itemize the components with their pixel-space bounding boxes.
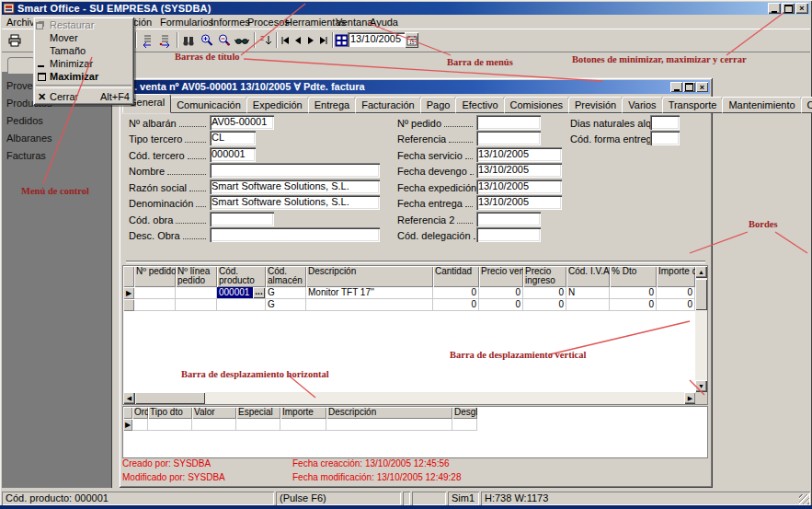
grid-cell[interactable]: 0 <box>523 299 566 311</box>
grid-cell[interactable]: 0 <box>523 287 566 299</box>
search-button[interactable] <box>179 31 198 50</box>
col-header[interactable]: % Dto <box>610 266 657 287</box>
tab-efectivo[interactable]: Efectivo <box>455 97 504 113</box>
tab-prevision[interactable]: Previsión <box>568 97 623 113</box>
referencia-field[interactable] <box>476 131 541 145</box>
tab-mantenimiento[interactable]: Mantenimiento <box>722 97 801 113</box>
tab-comunicacion[interactable]: Comunicación <box>170 97 247 113</box>
sidebar-item-pedidos[interactable]: Pedidos <box>6 115 109 126</box>
dias-naturales-field[interactable] <box>650 115 680 130</box>
date-input[interactable]: 13/10/2005 <box>348 32 406 47</box>
tab-facturacion[interactable]: Facturación <box>355 97 420 113</box>
child-minimize-button[interactable] <box>670 82 682 92</box>
cod-tercero-field[interactable]: 000001 <box>210 147 256 162</box>
tab-varios[interactable]: Varios <box>622 97 662 113</box>
grid-cell[interactable]: 0 <box>657 299 695 311</box>
preview-button[interactable] <box>233 31 251 50</box>
sidebar-item-albaranes[interactable]: Albaranes <box>6 133 109 144</box>
sort-button[interactable]: 2 <box>257 31 276 50</box>
grid-cell[interactable] <box>326 419 452 431</box>
sidebar-tab-stub[interactable] <box>7 57 35 74</box>
detach-left-button[interactable] <box>138 31 156 50</box>
grid-cell-selected[interactable]: 000001... <box>217 287 266 299</box>
menu-item-cerrar[interactable]: ✕ Cerrar Alt+F4 <box>35 90 132 103</box>
denominacion-field[interactable]: Smart Software Solutions, S.L. <box>210 195 380 210</box>
selected-cell-value[interactable]: 000001 <box>217 287 253 298</box>
grid-cell[interactable]: 0 <box>610 299 657 311</box>
next-record-button[interactable] <box>304 31 317 50</box>
tab-pago[interactable]: Pago <box>420 97 457 113</box>
col-header[interactable]: Nº línea pedido <box>176 266 217 287</box>
child-close-button[interactable]: × <box>696 82 708 92</box>
tab-entrega[interactable]: Entrega <box>308 97 357 113</box>
calendar-button[interactable]: 15 <box>405 32 418 48</box>
detach-right-button[interactable] <box>156 31 175 50</box>
main-title-bar[interactable]: Smart Office - SU EMPRESA (SYSDBA) × <box>2 2 810 15</box>
cod-delegacion-field[interactable] <box>476 227 541 242</box>
first-record-button[interactable] <box>279 31 292 50</box>
col-header[interactable]: Tipo dto <box>148 407 192 419</box>
nombre-field[interactable] <box>210 163 380 178</box>
grid-cell[interactable]: 0 <box>657 287 695 299</box>
col-header[interactable]: Cantidad <box>433 266 479 287</box>
lookup-ellipsis-button[interactable]: ... <box>253 287 265 298</box>
grid-cell[interactable]: G <box>266 287 306 299</box>
col-header[interactable]: Importe <box>280 407 326 419</box>
grid-cell[interactable]: 0 <box>479 299 523 311</box>
col-header[interactable]: Ord <box>132 407 148 419</box>
menu-item-tamano[interactable]: Tamaño <box>35 44 132 57</box>
zoom-out-button[interactable] <box>215 31 234 50</box>
grid-cell[interactable]: 0 <box>479 287 523 299</box>
scroll-down-button[interactable]: ▼ <box>695 380 707 392</box>
col-header[interactable]: Desgl <box>452 407 477 419</box>
tab-transporte[interactable]: Transporte <box>662 97 724 113</box>
minimize-button[interactable] <box>768 3 781 14</box>
col-header[interactable]: Especial <box>236 407 280 419</box>
grid-cell[interactable] <box>566 299 610 311</box>
grid-cell[interactable] <box>148 419 192 431</box>
menu-ayuda[interactable]: Ayuda <box>367 16 401 29</box>
cod-forma-entrega-field[interactable] <box>650 131 680 145</box>
grid-cell[interactable] <box>452 419 477 431</box>
print-button[interactable] <box>6 31 24 50</box>
vscroll-thumb[interactable] <box>695 279 707 310</box>
hscroll-thumb[interactable] <box>135 392 205 404</box>
col-header[interactable]: Nº pedido <box>134 266 176 287</box>
grid-view-button[interactable] <box>334 31 349 50</box>
grid-vertical-scrollbar[interactable]: ▲ ▼ <box>695 266 707 392</box>
tab-comisiones[interactable]: Comisiones <box>504 97 569 113</box>
desc-obra-field[interactable] <box>210 227 380 242</box>
scroll-left-button[interactable]: ◀ <box>123 392 135 404</box>
num-albaran-field[interactable]: AV05-00001 <box>210 115 274 130</box>
col-header[interactable]: Valor <box>192 407 236 419</box>
zoom-in-button[interactable] <box>198 31 216 50</box>
grid-cell[interactable] <box>134 287 176 299</box>
tab-expedicion[interactable]: Expedición <box>246 97 309 113</box>
grid-cell[interactable]: 0 <box>433 299 479 311</box>
fecha-entrega-field[interactable]: 13/10/2005 <box>476 195 562 210</box>
col-header[interactable]: Cód. I.V.A. <box>566 266 610 287</box>
grid-cell[interactable] <box>306 299 433 311</box>
menu-item-maximizar[interactable]: Maximizar <box>35 70 132 83</box>
grid-cell[interactable] <box>132 419 148 431</box>
close-button[interactable]: × <box>795 3 808 14</box>
grid-cell[interactable] <box>236 419 280 431</box>
col-header[interactable]: Cód. almacén <box>266 266 306 287</box>
resize-grip[interactable] <box>799 494 809 504</box>
grid-horizontal-scrollbar[interactable]: ◀ ▶ <box>123 392 696 404</box>
last-record-button[interactable] <box>317 31 330 50</box>
prev-record-button[interactable] <box>292 31 304 50</box>
col-header[interactable]: Precio venta <box>479 266 523 287</box>
col-header[interactable]: Descripción <box>306 266 433 287</box>
grid-cell[interactable] <box>217 299 266 311</box>
fecha-expedicion-field[interactable]: 13/10/2005 <box>476 179 562 194</box>
col-header[interactable]: Descripción <box>326 407 452 419</box>
grid-cell[interactable]: 0 <box>610 287 657 299</box>
col-header[interactable]: Precio ingreso <box>523 266 566 287</box>
grid-cell[interactable] <box>280 419 326 431</box>
num-pedido-field[interactable] <box>476 115 541 130</box>
menu-item-minimizar[interactable]: Minimizar <box>35 57 132 70</box>
child-maximize-button[interactable] <box>683 82 695 92</box>
scroll-up-button[interactable]: ▲ <box>695 266 707 278</box>
fecha-devengo-field[interactable]: 13/10/2005 <box>476 163 562 178</box>
